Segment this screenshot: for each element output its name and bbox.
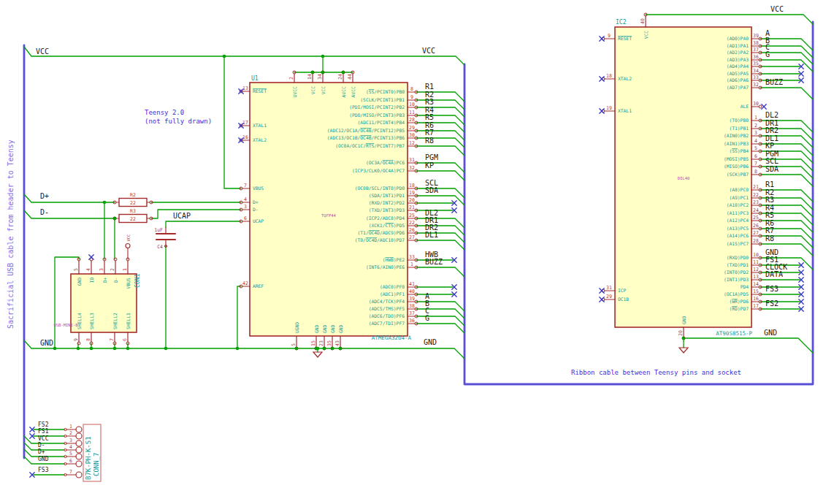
pin-name: SHELL1: [126, 313, 131, 329]
net-label: BUZZ: [765, 78, 783, 86]
net-label: R1: [765, 180, 774, 188]
pin-number: 24: [753, 207, 759, 213]
resistor-ref: R3: [130, 208, 136, 214]
pin-number: 31: [409, 157, 415, 163]
net-label: SCL: [765, 157, 779, 165]
net-label: KP: [765, 142, 774, 150]
pin-name: D-: [253, 207, 259, 212]
net-label: VCC: [38, 435, 49, 442]
power-label: VCC: [126, 234, 131, 242]
pin-number: 2: [110, 268, 115, 271]
component-value: TQFP44: [321, 213, 337, 218]
connector-label: CONN_7: [93, 452, 100, 476]
pin-name: (SCLK/PCINT1)PB1: [360, 97, 405, 102]
pin-name: (INT6/AIN0)PE6: [366, 264, 405, 270]
pin-name: (A11)PC3: [727, 210, 749, 215]
pin-name: (INT0)PD2: [724, 270, 749, 275]
resistor-value: 22: [130, 216, 136, 222]
pin-number: 39: [409, 296, 415, 302]
pin-name: D-: [113, 278, 118, 283]
pin-number: 6: [69, 458, 72, 464]
pin-number: 12: [753, 267, 759, 272]
pin-name: VBUS: [126, 278, 131, 289]
pin-number: 43: [334, 340, 340, 346]
pin-name: AVCC: [351, 86, 356, 97]
net-label: FS2: [38, 421, 49, 428]
net-label: VCC: [770, 5, 784, 13]
pin-name: (AD0)PA0: [727, 36, 749, 41]
pin-number: 26: [753, 223, 759, 229]
pin-name: (OC3A/OC4A)PC6: [366, 160, 405, 165]
pin-number: 4: [69, 444, 72, 450]
junction-dot: [103, 201, 107, 205]
capacitor-value: 1uF: [154, 227, 163, 233]
pin-name: (AD5)PA5: [727, 71, 749, 76]
pin-name: (PDI/MOSI/PCINT2)PB2: [349, 104, 405, 110]
pin-number: 14: [307, 74, 313, 80]
net-label: GND: [764, 329, 777, 337]
pin-number: 39: [753, 33, 759, 39]
pin-number: 29: [409, 125, 415, 131]
junction-dot: [90, 347, 93, 351]
pin-name: ALE: [741, 104, 749, 109]
pin-number: 7: [109, 338, 115, 341]
capacitor-ref: C4: [157, 244, 163, 250]
pin-name: VBUS: [253, 186, 264, 191]
pin-name: (OC0B/SCL/INT0)PD0: [355, 186, 405, 191]
pin-name: AVCC: [341, 86, 346, 97]
pin-number: 1: [410, 261, 413, 267]
pin-pad: [76, 433, 82, 439]
net-label: GND: [38, 456, 49, 462]
pin-name: (ADC4/TCK)PF4: [369, 299, 405, 304]
pin-number: 34: [753, 68, 759, 74]
note-text: Ribbon cable between Teensy pins and soc…: [571, 369, 741, 376]
pin-name: (SCK)PB7: [727, 172, 749, 177]
pin-name: SHELL3: [89, 313, 94, 329]
pin-name: ID: [89, 277, 94, 283]
pin-number: 38: [409, 303, 415, 309]
pin-number: 9: [73, 338, 79, 341]
pin-number: 23: [753, 199, 759, 205]
junction-dot: [53, 347, 57, 351]
pin-number: 35: [326, 340, 332, 346]
net-label: BUZZ: [425, 258, 443, 266]
pin-number: 42: [242, 280, 248, 286]
pin-number: 5: [754, 145, 757, 151]
net-label: DL1: [425, 231, 438, 239]
pin-number: 8: [85, 338, 91, 341]
pin-name: (PDO/MISO/PCINT3)PB3: [349, 112, 405, 118]
net-label: R3: [765, 196, 774, 204]
pin-number: 3: [754, 130, 757, 136]
component-ref: IC2: [616, 19, 627, 26]
net-label: VCC: [36, 47, 49, 56]
junction-dot: [321, 55, 325, 58]
pin-number: 11: [409, 110, 415, 115]
net-label: FS1: [38, 428, 49, 435]
schematic-page: U1TQFP44ATMEGA32U4-ARESET13XTAL117XTAL21…: [0, 0, 826, 504]
pin-name: XTAL2: [618, 76, 632, 81]
pin-number: 7: [244, 183, 247, 188]
pin-number: 17: [242, 120, 248, 126]
pin-name: GND: [330, 324, 335, 333]
junction-dot: [236, 347, 240, 351]
pin-name: (AD7)PA7: [727, 85, 749, 90]
junction-dot: [164, 347, 168, 351]
pin-number: 36: [409, 318, 415, 324]
junction-dot: [295, 347, 299, 351]
pin-name: GND: [338, 324, 343, 333]
pin-name: (OC0A/OC1C/RTS/PCINT7)PB7: [335, 143, 405, 148]
pin-name: (SS)PB4: [729, 148, 749, 153]
net-label: D+: [38, 448, 45, 455]
pin-number: 25: [753, 215, 759, 221]
pin-number: 7: [754, 161, 757, 167]
pin-number: 6: [244, 215, 247, 221]
pin-name: (AIN1)PB3: [724, 141, 749, 146]
pin-name: (ADC12/OC1A/OC4B/PCINT12)PB5: [327, 128, 405, 133]
pin-name: (T1)PB1: [729, 126, 749, 131]
pin-name: (ADC7/TDI)PF7: [369, 321, 405, 326]
net-label: R7: [765, 226, 774, 234]
pin-name: (A8)PC0: [729, 187, 749, 192]
pin-name: RESET: [253, 88, 267, 93]
pin-number: 21: [753, 184, 759, 190]
pin-name: (WR)PD6: [729, 299, 749, 304]
